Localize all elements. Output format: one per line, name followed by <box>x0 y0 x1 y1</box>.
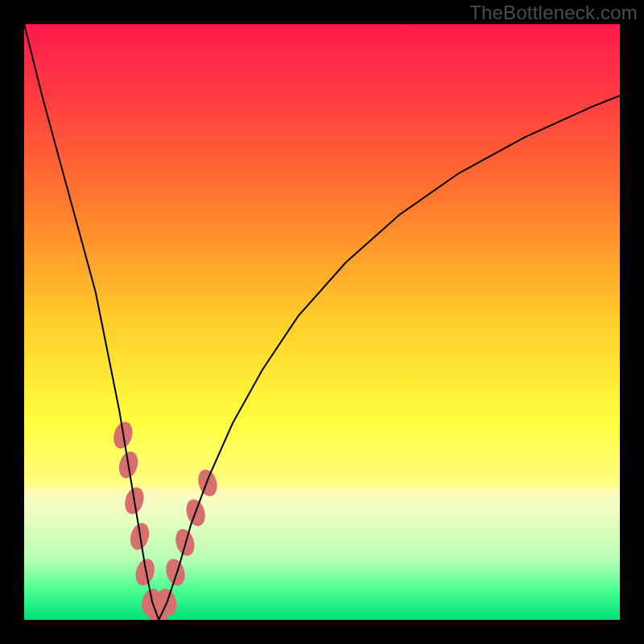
bead-marker <box>163 556 188 588</box>
curve-layer <box>24 24 620 620</box>
chart-frame: TheBottleneck.com <box>0 0 644 644</box>
plot-area <box>24 24 620 620</box>
bead-marker <box>172 526 197 558</box>
bead-marker <box>196 467 221 498</box>
bottleneck-curve <box>24 24 620 620</box>
watermark-text: TheBottleneck.com <box>469 2 638 24</box>
beads-group <box>110 419 220 620</box>
